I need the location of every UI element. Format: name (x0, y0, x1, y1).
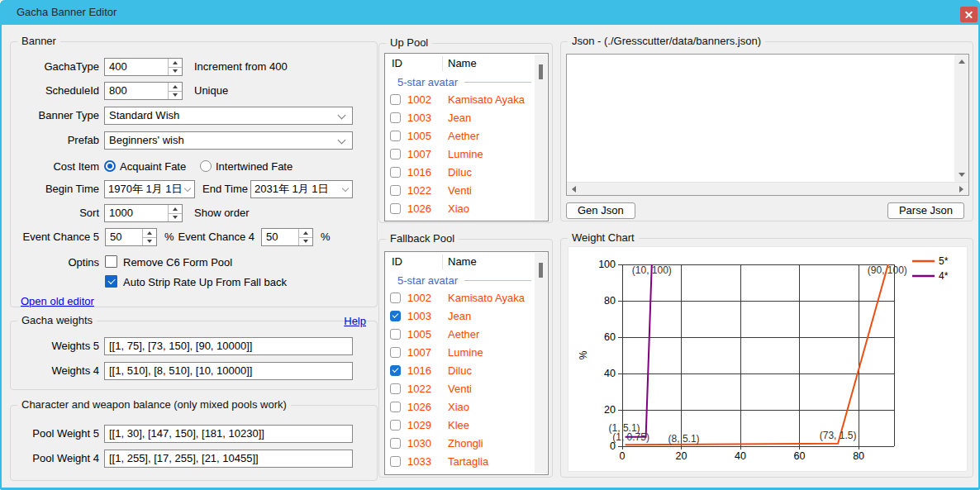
row-checkbox[interactable] (390, 112, 401, 123)
row-id: 1003 (407, 310, 448, 322)
row-checkbox[interactable] (390, 94, 401, 105)
json-horizontal-scrollbar[interactable] (567, 182, 968, 195)
scheduleid-spinner[interactable] (168, 83, 182, 99)
end-time-picker[interactable]: 2031年 1月 1日 (250, 180, 353, 198)
gachatype-input[interactable]: 400 (104, 58, 183, 76)
scroll-down-icon[interactable] (959, 173, 965, 177)
row-checkbox[interactable] (390, 167, 401, 178)
pool-row-1026[interactable]: 1026Xiao (385, 397, 548, 416)
row-id: 1033 (407, 455, 448, 468)
pool-row-1007[interactable]: 1007Lumine (385, 343, 548, 361)
sort-input[interactable]: 1000 (104, 204, 183, 222)
pool-row-1022[interactable]: 1022Venti (385, 379, 548, 397)
help-link[interactable]: Help (344, 315, 366, 328)
scrollbar-thumb[interactable] (539, 64, 543, 79)
row-checkbox[interactable] (390, 402, 401, 412)
name-column-header: Name (448, 54, 477, 74)
up-pool-scrollbar[interactable] (535, 55, 547, 220)
pool-row-1016[interactable]: 1016Diluc (385, 361, 548, 379)
auto-strip-checkbox[interactable] (105, 275, 117, 288)
gen-json-button[interactable]: Gen Json (566, 202, 635, 219)
weights-5-input[interactable]: [[1, 75], [73, 150], [90, 10000]] (104, 337, 353, 355)
pool-row-1030[interactable]: 1030Zhongli (385, 434, 548, 452)
pool-row-1022[interactable]: 1022Venti (385, 181, 548, 199)
banner-type-label: Banner Type (11, 107, 99, 125)
spinner-down-icon[interactable] (169, 213, 182, 222)
json-textarea[interactable] (566, 54, 969, 196)
spinner-down-icon[interactable] (299, 237, 312, 246)
pool-row-1005[interactable]: 1005Aether (385, 126, 548, 145)
sort-spinner[interactable] (168, 205, 182, 221)
pool-row-1007[interactable]: 1007Lumine (385, 145, 548, 163)
pool-row-1003[interactable]: 1003Jean (385, 108, 548, 126)
auto-strip-row: Auto Strip Rate Up From Fall back (11, 274, 377, 292)
pool-row-1005[interactable]: 1005Aether (385, 325, 548, 343)
json-vertical-scrollbar[interactable] (954, 55, 968, 182)
parse-json-button[interactable]: Parse Json (887, 202, 964, 219)
event-chance-4-spinner[interactable] (298, 229, 312, 245)
row-checkbox[interactable] (390, 329, 401, 340)
row-name: Qiqi (448, 473, 467, 476)
event-chance-4-input[interactable]: 50 (261, 228, 313, 246)
event-chance-5-input[interactable]: 50 (105, 228, 157, 246)
fallback-pool-scrollbar[interactable] (535, 253, 547, 473)
pool-weight-5-input[interactable]: [[1, 30], [147, 150], [181, 10230]] (104, 425, 353, 443)
spinner-down-icon[interactable] (143, 237, 156, 246)
pool-row-1016[interactable]: 1016Diluc (385, 163, 548, 181)
spinner-up-icon[interactable] (169, 83, 182, 91)
pool-row-1033[interactable]: 1033Tartaglia (385, 452, 548, 470)
row-checkbox[interactable] (390, 311, 401, 321)
event-chance-4-unit: % (321, 228, 331, 246)
row-name: Zhongli (448, 437, 483, 450)
row-name: Lumine (448, 346, 483, 359)
event-chance-5-spinner[interactable] (142, 229, 156, 245)
up-pool-table: ID Name 5-star avatar 1002Kamisato Ayaka… (384, 53, 549, 221)
intertwined-fate-radio[interactable] (200, 160, 212, 172)
row-checkbox[interactable] (390, 420, 401, 431)
titlebar[interactable]: Gacha Banner Editor (0, 0, 980, 25)
pool-row-1029[interactable]: 1029Klee (385, 416, 548, 434)
row-checkbox[interactable] (390, 383, 401, 394)
row-checkbox[interactable] (390, 185, 401, 196)
row-checkbox[interactable] (390, 149, 401, 159)
row-id: 1005 (407, 130, 448, 142)
scroll-right-icon[interactable] (959, 186, 963, 193)
spinner-up-icon[interactable] (143, 229, 156, 237)
category-label: 5-star avatar (397, 274, 458, 287)
banner-type-select[interactable]: Standard Wish (104, 107, 353, 125)
pool-row-1035[interactable]: 1035Qiqi (385, 470, 548, 475)
pool-row-1026[interactable]: 1026Xiao (385, 199, 548, 217)
row-checkbox[interactable] (390, 131, 401, 141)
close-button[interactable] (960, 7, 978, 22)
row-checkbox[interactable] (390, 347, 401, 358)
row-checkbox[interactable] (390, 365, 401, 376)
row-checkbox[interactable] (390, 203, 401, 214)
spinner-up-icon[interactable] (169, 205, 182, 213)
remove-c6-checkbox[interactable] (105, 255, 117, 268)
prefab-select[interactable]: Beginners' wish (104, 131, 353, 150)
scrollbar-thumb[interactable] (539, 263, 543, 278)
row-name: Diluc (448, 166, 472, 178)
row-checkbox[interactable] (390, 293, 401, 303)
gachatype-spinner[interactable] (168, 59, 182, 75)
json-content[interactable] (570, 56, 952, 178)
spinner-up-icon[interactable] (299, 229, 312, 237)
row-checkbox[interactable] (390, 456, 401, 467)
scroll-up-icon[interactable] (959, 59, 965, 64)
row-checkbox[interactable] (390, 474, 401, 476)
spinner-up-icon[interactable] (169, 59, 182, 67)
pool-row-1003[interactable]: 1003Jean (385, 307, 548, 325)
pool-row-1002[interactable]: 1002Kamisato Ayaka (385, 90, 548, 108)
open-old-editor-link[interactable]: Open old editor (21, 295, 94, 308)
scheduleid-input[interactable]: 800 (104, 82, 183, 100)
weights-4-input[interactable]: [[1, 510], [8, 510], [10, 10000]] (104, 362, 353, 380)
prefab-row: Prefab Beginners' wish (11, 131, 377, 150)
pool-weight-4-input[interactable]: [[1, 255], [17, 255], [21, 10455]] (104, 450, 353, 468)
acquaint-fate-radio[interactable] (104, 160, 116, 172)
pool-row-1002[interactable]: 1002Kamisato Ayaka (385, 288, 548, 307)
scroll-left-icon[interactable] (572, 186, 576, 193)
spinner-down-icon[interactable] (169, 91, 182, 100)
scheduleid-caption: Unique (194, 82, 228, 100)
spinner-down-icon[interactable] (169, 67, 182, 76)
row-checkbox[interactable] (390, 438, 401, 449)
